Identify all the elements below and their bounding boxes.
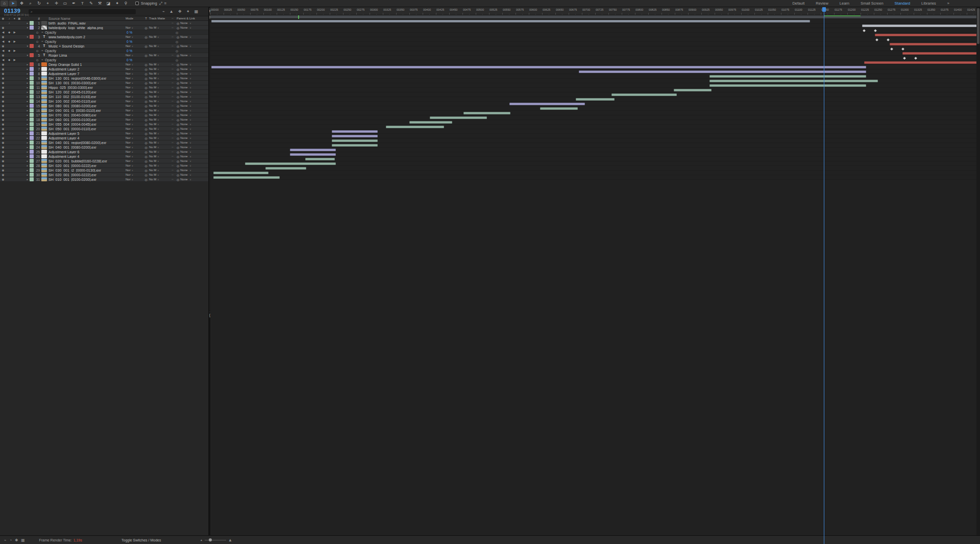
track-matte-dropdown[interactable]: No M∨	[149, 77, 168, 80]
layer-row[interactable]: ◉▸19SH_055_004_[0004-0045].exrNor∨◎No M∨…	[0, 122, 208, 127]
property-row[interactable]: ◀◆▶⊙≈Opacity0 %◎	[0, 39, 208, 44]
track-matte-toggle[interactable]: ◎	[143, 77, 149, 80]
zoom-slider-knob[interactable]	[209, 538, 212, 541]
mode-dropdown[interactable]: Nor∨	[126, 81, 143, 84]
layer-row[interactable]: ◉▸22Adjustment Layer 4Nor∨◎No M∨▫▫◎None∨	[0, 136, 208, 140]
keyframe-icon[interactable]	[890, 48, 893, 51]
pickwhip-icon[interactable]: ◎	[177, 118, 179, 122]
next-keyframe-icon[interactable]: ▶	[12, 49, 17, 52]
snap-options-icon[interactable]: ⤢	[159, 1, 162, 6]
layer-switches[interactable]: ▫▫	[168, 86, 177, 89]
mode-dropdown[interactable]: Nor∨	[126, 95, 143, 98]
track-matte-toggle[interactable]: ◎	[143, 63, 149, 66]
track-matte-toggle[interactable]: ◎	[143, 72, 149, 76]
layer-duration-bar[interactable]	[332, 139, 378, 142]
layer-row[interactable]: ◉▸23SH_040_001_region[0080-0200].exrNor∨…	[0, 140, 208, 145]
workspace-standard[interactable]: Standard	[895, 1, 910, 6]
layer-row[interactable]: ◉▸29SH_030_001_i2_[0000-0130].exrNor∨◎No…	[0, 168, 208, 173]
eye-icon[interactable]: ◉	[0, 95, 6, 98]
t-header[interactable]: T	[143, 17, 149, 20]
layer-row[interactable]: ◉▾3Twww.twistedpoly.com 2Nor∨◎No M∨▫▫◎No…	[0, 35, 208, 39]
layer-row[interactable]: ◉▸9SH_130_001_region[0046-0300].exrNor∨◎…	[0, 76, 208, 81]
parent-link-dropdown[interactable]: ◎None∨	[177, 72, 208, 76]
track-matte-toggle[interactable]: ◎	[143, 100, 149, 103]
eye-icon[interactable]: ◉	[0, 141, 6, 144]
pickwhip-icon[interactable]: ◎	[177, 81, 179, 85]
label-chip[interactable]	[30, 72, 34, 76]
eye-icon[interactable]: ◉	[0, 146, 6, 149]
orbit-tool-icon[interactable]: ↻	[35, 1, 43, 7]
mode-dropdown[interactable]: Nor∨	[126, 104, 143, 107]
label-chip[interactable]	[30, 21, 34, 25]
label-chip[interactable]	[30, 122, 34, 126]
track-matte-dropdown[interactable]: No M∨	[149, 178, 168, 181]
layer-row[interactable]: ◉▾5TRoger LimaNor∨◎No M∨▫▫◎None∨	[0, 53, 208, 58]
label-chip[interactable]	[30, 117, 34, 122]
track-matte-toggle[interactable]: ◎	[143, 159, 149, 163]
eye-icon[interactable]: ◉	[0, 118, 6, 121]
layer-duration-bar[interactable]	[864, 61, 976, 64]
mode-dropdown[interactable]: Nor∨	[126, 90, 143, 93]
layer-switches[interactable]: ▫▫	[168, 155, 177, 158]
add-keyframe-icon[interactable]: ◆	[6, 40, 12, 43]
track-matte-dropdown[interactable]: No M∨	[149, 155, 168, 158]
layer-switches[interactable]: ▫▫	[168, 113, 177, 116]
twirl-icon[interactable]: ▸	[21, 123, 30, 126]
eye-icon[interactable]: ◉	[0, 86, 6, 89]
keyframe-icon[interactable]	[914, 57, 917, 60]
pan-behind-tool-icon[interactable]: ✛	[53, 1, 60, 7]
mode-dropdown[interactable]: Nor∨	[126, 113, 143, 116]
twirl-icon[interactable]: ▸	[21, 100, 30, 103]
twirl-icon[interactable]: ▸	[21, 169, 30, 172]
pickwhip-icon[interactable]: ◎	[177, 77, 179, 80]
layer-switches[interactable]: ▫▫	[168, 127, 177, 130]
mode-dropdown[interactable]: Nor∨	[126, 146, 143, 149]
twirl-icon[interactable]: ▸	[21, 67, 30, 70]
layer-switches[interactable]: ▫▫	[168, 67, 177, 70]
layer-row[interactable]: ◉▸27SH_020_001_bubble[0160-0228].exrNor∨…	[0, 159, 208, 163]
pickwhip-icon[interactable]: ◎	[177, 141, 179, 145]
twirl-icon[interactable]: ▸	[21, 178, 30, 181]
layer-switches[interactable]: ▫▫	[168, 159, 177, 162]
layer-switches[interactable]: ▫▫	[168, 118, 177, 121]
label-chip[interactable]	[30, 131, 34, 135]
eye-icon[interactable]: ◉	[0, 26, 6, 29]
twirl-icon[interactable]: ▸	[21, 63, 30, 66]
layer-switches[interactable]: ▫▫	[168, 136, 177, 139]
layer-duration-bar[interactable]	[709, 75, 866, 78]
label-chip[interactable]	[30, 44, 34, 48]
track-matte-dropdown[interactable]: No M∨	[149, 159, 168, 162]
pickwhip-icon[interactable]: ◎	[177, 44, 179, 48]
layer-duration-bar[interactable]	[386, 126, 444, 128]
pickwhip-icon[interactable]: ◎	[177, 109, 179, 112]
eye-icon[interactable]: ◉	[0, 164, 6, 167]
layer-row[interactable]: ◉▸28SH_020_001_[0000-0222].exrNor∨◎No M∨…	[0, 163, 208, 168]
work-area-bar[interactable]	[210, 15, 976, 19]
pickwhip-icon[interactable]: ◎	[177, 169, 179, 172]
mode-dropdown[interactable]: Nor∨	[126, 54, 143, 57]
layer-switches[interactable]: ▫▫	[168, 72, 177, 75]
layer-row[interactable]: ◉▸15SH_080_001_[0080-0200].exrNor∨◎No M∨…	[0, 104, 208, 108]
composition-mini-flowchart-icon[interactable]: ⌁	[162, 9, 165, 14]
twirl-icon[interactable]: ▸	[21, 86, 30, 89]
label-chip[interactable]	[30, 81, 34, 85]
track-matte-toggle[interactable]: ◎	[143, 127, 149, 131]
layer-duration-bar[interactable]	[509, 103, 585, 105]
eye-icon[interactable]: ◉	[0, 104, 6, 107]
type-tool-icon[interactable]: T	[79, 1, 86, 7]
layer-switches[interactable]: ▫▫	[168, 21, 177, 25]
label-chip[interactable]	[30, 76, 34, 80]
eraser-tool-icon[interactable]: ◪	[105, 1, 112, 7]
eye-icon[interactable]: ◉	[0, 63, 6, 66]
twirl-icon[interactable]: ▸	[21, 164, 30, 167]
parent-link-dropdown[interactable]: ◎None∨	[177, 164, 208, 168]
parent-link-dropdown[interactable]: ◎None∨	[177, 146, 208, 149]
frame-blending-icon[interactable]: ❖	[178, 9, 182, 14]
twirl-icon[interactable]: ▾	[21, 54, 30, 57]
track-matte-dropdown[interactable]: No M∨	[149, 118, 168, 121]
track-matte-dropdown[interactable]: No M∨	[149, 173, 168, 176]
stopwatch-icon[interactable]: ⊙	[35, 31, 40, 34]
layer-switches[interactable]: ▫▫	[168, 100, 177, 103]
mode-dropdown[interactable]: Nor∨	[126, 159, 143, 162]
layer-duration-bar[interactable]	[245, 162, 336, 165]
